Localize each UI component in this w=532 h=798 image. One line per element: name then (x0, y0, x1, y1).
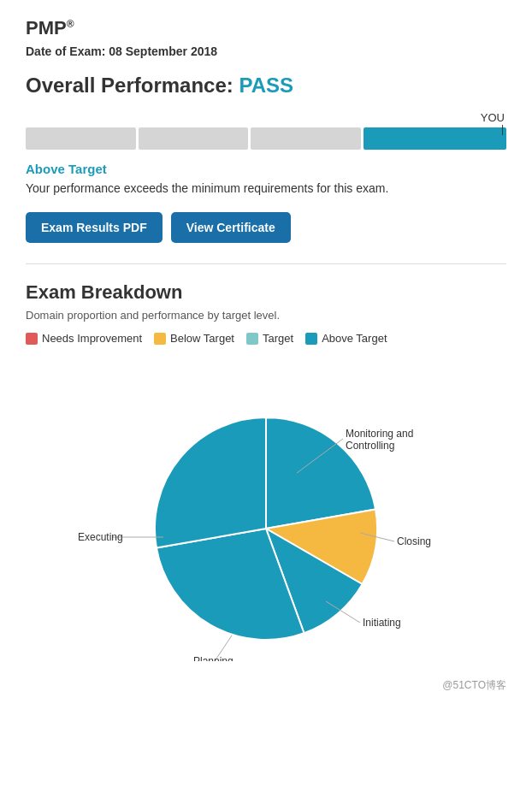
breakdown-description: Domain proportion and performance by tar… (26, 309, 506, 322)
label-monitoring: Monitoring and (346, 428, 413, 440)
above-target-legend-label: Above Target (322, 332, 387, 345)
legend-needs-improvement: Needs Improvement (26, 332, 142, 345)
title-text: PMP (26, 17, 67, 38)
legend-target: Target (246, 332, 293, 345)
performance-description: Your performance exceeds the minimum req… (26, 181, 506, 195)
needs-improvement-dot (26, 333, 38, 345)
footer-watermark: @51CTO博客 (26, 678, 506, 693)
label-closing: Closing (397, 535, 431, 547)
chart-area: Monitoring and Controlling Closing Initi… (26, 362, 506, 670)
legend: Needs Improvement Below Target Target Ab… (26, 332, 506, 345)
above-target-label: Above Target (26, 162, 506, 176)
pmp-title: PMP® (26, 17, 506, 39)
target-dot (246, 333, 258, 345)
view-certificate-button[interactable]: View Certificate (171, 212, 291, 243)
legend-below-target: Below Target (154, 332, 234, 345)
label-monitoring-2: Controlling (346, 440, 394, 452)
score-bar-container (26, 127, 506, 150)
you-label: YOU (26, 111, 506, 124)
label-executing: Executing (78, 531, 123, 543)
overall-performance-heading: Overall Performance: PASS (26, 74, 506, 98)
legend-above-target: Above Target (305, 332, 387, 345)
label-initiating: Initiating (363, 617, 401, 629)
pie-chart-svg: Monitoring and Controlling Closing Initi… (27, 370, 505, 661)
overall-label: Overall Performance: (26, 74, 233, 97)
below-target-label: Below Target (170, 332, 234, 345)
score-segment-1 (26, 127, 136, 150)
section-divider (26, 263, 506, 264)
score-segment-2 (139, 127, 249, 150)
exam-results-pdf-button[interactable]: Exam Results PDF (26, 212, 163, 243)
superscript: ® (67, 18, 74, 30)
label-planning: Planning (193, 655, 233, 661)
needs-improvement-label: Needs Improvement (42, 332, 142, 345)
score-segment-4 (364, 127, 506, 150)
exam-breakdown-title: Exam Breakdown (26, 281, 506, 304)
exam-date: Date of Exam: 08 September 2018 (26, 44, 506, 58)
score-bar-section: YOU (26, 111, 506, 150)
button-row: Exam Results PDF View Certificate (26, 212, 506, 243)
below-target-dot (154, 333, 166, 345)
score-segment-3 (251, 127, 361, 150)
segment-executing (155, 417, 266, 548)
pass-result: PASS (239, 74, 293, 97)
target-label: Target (263, 332, 293, 345)
above-target-dot (305, 333, 317, 345)
